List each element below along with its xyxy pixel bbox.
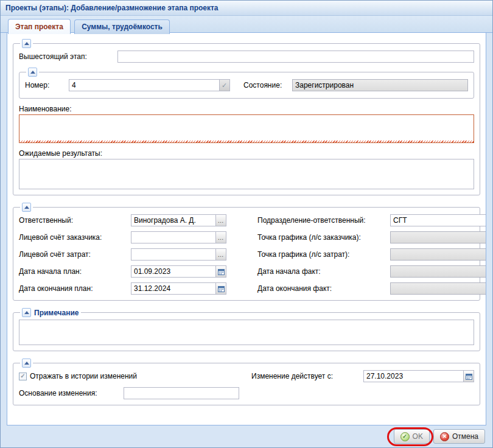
cost-account-label: Лицевой счёт затрат: (19, 250, 131, 259)
tab-stage[interactable]: Этап проекта (8, 19, 71, 34)
note-legend: Примечание (34, 309, 79, 317)
window-title: Проекты (этапы): Добавление/размножение … (5, 4, 219, 12)
dialog-window: Проекты (этапы): Добавление/размножение … (0, 0, 493, 448)
collapse-button[interactable] (28, 68, 37, 77)
end-date-plan-label: Дата окончания план: (19, 284, 131, 293)
calendar-icon (466, 373, 472, 380)
start-date-plan-input[interactable] (131, 265, 216, 278)
responsible-department-label: Подразделение-ответственный: (257, 216, 390, 225)
cancel-button-label: Отмена (452, 432, 478, 441)
state-field (292, 79, 468, 91)
ellipsis-icon: … (218, 251, 225, 258)
history-checkbox-label: Отражать в истории изменений (30, 372, 137, 380)
customer-account-input[interactable] (131, 231, 216, 243)
schedule-point-cost-field (390, 248, 486, 261)
change-effective-date-label: Изменение действует с: (251, 372, 363, 380)
responsible-department-input[interactable] (390, 214, 486, 226)
number-input[interactable] (69, 79, 220, 91)
ok-check-icon: ✓ (400, 432, 410, 441)
calendar-icon (218, 285, 225, 292)
collapse-button[interactable] (22, 39, 31, 48)
cancel-button[interactable]: ✕ Отмена (433, 429, 485, 444)
end-date-fact-label: Дата окончания факт: (257, 284, 390, 293)
tab-stage-label: Этап проекта (15, 23, 63, 31)
end-date-fact-field (390, 282, 486, 295)
ellipsis-icon: … (218, 234, 225, 241)
responsible-lookup-trigger[interactable]: … (216, 214, 226, 226)
start-date-fact-label: Дата начала факт: (257, 267, 390, 276)
schedule-point-cost-label: Точка графика (л/с затрат): (257, 250, 390, 259)
ok-button-label: OK (413, 432, 423, 441)
parent-stage-label: Вышестоящий этап: (19, 52, 117, 61)
responsible-input[interactable] (131, 214, 216, 226)
fieldset-number-state: Номер: ✓ Состояние: (19, 68, 474, 99)
change-effective-date-input[interactable] (363, 370, 464, 382)
collapse-arrow-icon (24, 206, 29, 209)
tab-sums[interactable]: Суммы, трудоёмкость (74, 19, 170, 34)
responsible-label: Ответственный: (19, 216, 131, 225)
number-confirm-trigger[interactable]: ✓ (220, 79, 230, 91)
parent-stage-input[interactable] (117, 51, 474, 63)
state-label: Состояние: (243, 81, 292, 89)
history-checkbox[interactable]: ✓ (19, 373, 27, 380)
title-bar: Проекты (этапы): Добавление/размножение … (1, 1, 492, 16)
collapse-button[interactable] (22, 203, 31, 212)
collapse-arrow-icon (30, 71, 35, 74)
change-reason-input[interactable] (124, 387, 239, 399)
ellipsis-icon: … (218, 217, 225, 224)
fieldset-note: Примечание (13, 308, 480, 351)
button-bar: ✓ OK ✕ Отмена (1, 425, 492, 447)
change-reason-label: Основание изменения: (19, 389, 124, 397)
note-textarea[interactable] (19, 320, 474, 345)
form-panel: Вышестоящий этап: Номер: ✓ Состояние: (7, 33, 486, 425)
collapse-arrow-icon (24, 362, 29, 365)
tab-strip: Этап проекта Суммы, трудоёмкость (1, 16, 492, 33)
end-date-plan-picker-trigger[interactable] (216, 282, 226, 295)
schedule-point-customer-field (390, 231, 486, 243)
cost-account-lookup-trigger[interactable]: … (216, 248, 226, 261)
cost-account-input[interactable] (131, 248, 216, 261)
collapse-arrow-icon (24, 42, 29, 45)
customer-account-label: Лицевой счёт заказчика: (19, 233, 131, 242)
calendar-icon (218, 268, 225, 275)
collapse-arrow-icon (24, 311, 29, 314)
start-date-fact-field (390, 265, 486, 278)
name-label: Наименование: (19, 105, 72, 113)
fieldset-details: Ответственный: … Лицевой счёт заказчика:… (13, 203, 480, 301)
details-left-column: Ответственный: … Лицевой счёт заказчика:… (19, 214, 257, 295)
start-date-plan-label: Дата начала план: (19, 267, 131, 276)
expected-results-label: Ожидаемые результаты: (19, 149, 102, 158)
start-date-plan-picker-trigger[interactable] (216, 265, 226, 278)
check-icon: ✓ (20, 373, 25, 379)
cancel-cross-icon: ✕ (440, 432, 449, 441)
number-label: Номер: (25, 81, 69, 89)
name-textarea[interactable] (19, 114, 474, 143)
fieldset-change-history: ✓ Отражать в истории изменений Изменение… (13, 359, 480, 405)
expected-results-textarea[interactable] (19, 159, 474, 189)
customer-account-lookup-trigger[interactable]: … (216, 231, 226, 243)
collapse-button[interactable] (22, 308, 31, 317)
collapse-button[interactable] (22, 359, 31, 368)
change-effective-date-picker-trigger[interactable] (464, 370, 474, 382)
details-right-column: Подразделение-ответственный: … Точка гра… (257, 214, 486, 295)
fieldset-stage-info: Вышестоящий этап: Номер: ✓ Состояние: (13, 39, 480, 195)
check-icon: ✓ (222, 82, 228, 89)
schedule-point-customer-label: Точка графика (л/с заказчика): (257, 233, 390, 242)
ok-button[interactable]: ✓ OK (394, 429, 430, 444)
end-date-plan-input[interactable] (131, 282, 216, 295)
tab-sums-label: Суммы, трудоёмкость (82, 23, 163, 31)
